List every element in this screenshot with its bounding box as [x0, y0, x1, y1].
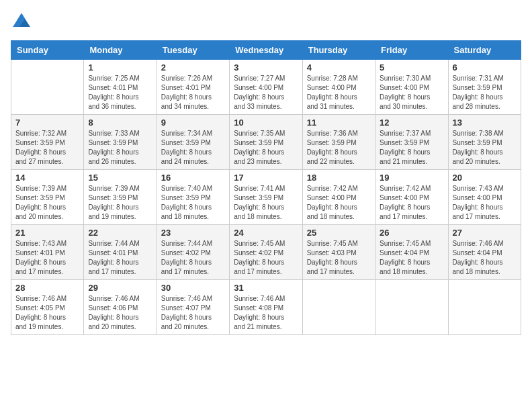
calendar-week-row: 14Sunrise: 7:39 AM Sunset: 3:59 PM Dayli… [11, 170, 521, 225]
day-info: Sunrise: 7:33 AM Sunset: 3:59 PM Dayligh… [88, 129, 152, 167]
calendar-day-cell [302, 280, 375, 335]
day-number: 5 [380, 62, 443, 73]
day-info: Sunrise: 7:45 AM Sunset: 4:04 PM Dayligh… [380, 239, 443, 277]
page-header [11, 11, 521, 32]
day-info: Sunrise: 7:37 AM Sunset: 3:59 PM Dayligh… [380, 129, 443, 167]
calendar-day-cell [375, 280, 448, 335]
logo [11, 11, 35, 32]
calendar-week-row: 7Sunrise: 7:32 AM Sunset: 3:59 PM Daylig… [11, 115, 521, 170]
day-number: 10 [234, 118, 298, 128]
day-number: 30 [161, 283, 225, 293]
day-info: Sunrise: 7:26 AM Sunset: 4:01 PM Dayligh… [161, 74, 225, 111]
calendar-day-cell: 23Sunrise: 7:44 AM Sunset: 4:02 PM Dayli… [157, 225, 229, 280]
weekday-header: Wednesday [230, 41, 302, 60]
calendar-day-cell: 8Sunrise: 7:33 AM Sunset: 3:59 PM Daylig… [84, 115, 157, 170]
calendar-week-row: 28Sunrise: 7:46 AM Sunset: 4:05 PM Dayli… [11, 280, 521, 335]
calendar-day-cell: 15Sunrise: 7:39 AM Sunset: 3:59 PM Dayli… [84, 170, 157, 225]
day-number: 15 [88, 173, 152, 183]
day-info: Sunrise: 7:42 AM Sunset: 4:00 PM Dayligh… [380, 184, 443, 222]
calendar-day-cell: 20Sunrise: 7:43 AM Sunset: 4:00 PM Dayli… [448, 170, 521, 225]
day-number: 17 [234, 173, 298, 183]
calendar-day-cell: 31Sunrise: 7:46 AM Sunset: 4:08 PM Dayli… [230, 280, 302, 335]
day-info: Sunrise: 7:45 AM Sunset: 4:02 PM Dayligh… [234, 239, 298, 277]
day-info: Sunrise: 7:43 AM Sunset: 4:00 PM Dayligh… [453, 184, 517, 222]
weekday-header: Thursday [302, 41, 375, 60]
day-number: 11 [307, 118, 371, 128]
day-info: Sunrise: 7:32 AM Sunset: 3:59 PM Dayligh… [15, 129, 79, 167]
day-number: 23 [161, 228, 225, 238]
calendar-week-row: 21Sunrise: 7:43 AM Sunset: 4:01 PM Dayli… [11, 225, 521, 280]
logo-icon [11, 11, 32, 32]
calendar-day-cell: 6Sunrise: 7:31 AM Sunset: 3:59 PM Daylig… [448, 60, 521, 115]
day-number: 26 [380, 228, 443, 238]
day-info: Sunrise: 7:43 AM Sunset: 4:01 PM Dayligh… [15, 239, 79, 277]
day-number: 24 [234, 228, 298, 238]
day-info: Sunrise: 7:31 AM Sunset: 3:59 PM Dayligh… [453, 74, 517, 111]
day-number: 16 [161, 173, 225, 183]
day-number: 25 [307, 228, 371, 238]
day-info: Sunrise: 7:27 AM Sunset: 4:00 PM Dayligh… [234, 74, 298, 111]
calendar-week-row: 1Sunrise: 7:25 AM Sunset: 4:01 PM Daylig… [11, 60, 521, 115]
day-info: Sunrise: 7:30 AM Sunset: 4:00 PM Dayligh… [380, 74, 443, 111]
day-number: 2 [161, 62, 225, 73]
day-number: 27 [453, 228, 517, 238]
day-info: Sunrise: 7:46 AM Sunset: 4:08 PM Dayligh… [234, 294, 298, 332]
day-info: Sunrise: 7:41 AM Sunset: 3:59 PM Dayligh… [234, 184, 298, 222]
day-number: 8 [88, 118, 152, 128]
day-number: 18 [307, 173, 371, 183]
day-number: 6 [453, 62, 517, 73]
day-number: 13 [453, 118, 517, 128]
calendar-day-cell: 10Sunrise: 7:35 AM Sunset: 3:59 PM Dayli… [230, 115, 302, 170]
calendar-header-row: SundayMondayTuesdayWednesdayThursdayFrid… [11, 41, 521, 60]
calendar-day-cell: 16Sunrise: 7:40 AM Sunset: 3:59 PM Dayli… [157, 170, 229, 225]
calendar-day-cell: 26Sunrise: 7:45 AM Sunset: 4:04 PM Dayli… [375, 225, 448, 280]
calendar-day-cell: 29Sunrise: 7:46 AM Sunset: 4:06 PM Dayli… [84, 280, 157, 335]
day-number: 22 [88, 228, 152, 238]
day-number: 9 [161, 118, 225, 128]
calendar-day-cell: 18Sunrise: 7:42 AM Sunset: 4:00 PM Dayli… [302, 170, 375, 225]
calendar-day-cell: 2Sunrise: 7:26 AM Sunset: 4:01 PM Daylig… [157, 60, 229, 115]
day-info: Sunrise: 7:34 AM Sunset: 3:59 PM Dayligh… [161, 129, 225, 167]
day-info: Sunrise: 7:45 AM Sunset: 4:03 PM Dayligh… [307, 239, 371, 277]
calendar-day-cell: 21Sunrise: 7:43 AM Sunset: 4:01 PM Dayli… [11, 225, 84, 280]
weekday-header: Tuesday [157, 41, 229, 60]
day-number: 31 [234, 283, 298, 293]
day-info: Sunrise: 7:42 AM Sunset: 4:00 PM Dayligh… [307, 184, 371, 222]
day-info: Sunrise: 7:28 AM Sunset: 4:00 PM Dayligh… [307, 74, 371, 111]
calendar-day-cell: 4Sunrise: 7:28 AM Sunset: 4:00 PM Daylig… [302, 60, 375, 115]
calendar-day-cell: 28Sunrise: 7:46 AM Sunset: 4:05 PM Dayli… [11, 280, 84, 335]
calendar-table: SundayMondayTuesdayWednesdayThursdayFrid… [11, 40, 521, 335]
day-info: Sunrise: 7:40 AM Sunset: 3:59 PM Dayligh… [161, 184, 225, 222]
weekday-header: Friday [375, 41, 448, 60]
day-number: 4 [307, 62, 371, 73]
day-number: 14 [15, 173, 79, 183]
day-number: 3 [234, 62, 298, 73]
calendar-day-cell [11, 60, 84, 115]
calendar-day-cell: 3Sunrise: 7:27 AM Sunset: 4:00 PM Daylig… [230, 60, 302, 115]
day-number: 12 [380, 118, 443, 128]
day-info: Sunrise: 7:46 AM Sunset: 4:05 PM Dayligh… [15, 294, 79, 332]
calendar-day-cell [448, 280, 521, 335]
day-info: Sunrise: 7:38 AM Sunset: 3:59 PM Dayligh… [453, 129, 517, 167]
day-info: Sunrise: 7:35 AM Sunset: 3:59 PM Dayligh… [234, 129, 298, 167]
calendar-day-cell: 30Sunrise: 7:46 AM Sunset: 4:07 PM Dayli… [157, 280, 229, 335]
calendar-day-cell: 9Sunrise: 7:34 AM Sunset: 3:59 PM Daylig… [157, 115, 229, 170]
calendar-day-cell: 14Sunrise: 7:39 AM Sunset: 3:59 PM Dayli… [11, 170, 84, 225]
day-info: Sunrise: 7:46 AM Sunset: 4:07 PM Dayligh… [161, 294, 225, 332]
calendar-day-cell: 7Sunrise: 7:32 AM Sunset: 3:59 PM Daylig… [11, 115, 84, 170]
calendar-day-cell: 17Sunrise: 7:41 AM Sunset: 3:59 PM Dayli… [230, 170, 302, 225]
day-info: Sunrise: 7:36 AM Sunset: 3:59 PM Dayligh… [307, 129, 371, 167]
calendar-day-cell: 12Sunrise: 7:37 AM Sunset: 3:59 PM Dayli… [375, 115, 448, 170]
day-number: 1 [88, 62, 152, 73]
day-number: 20 [453, 173, 517, 183]
calendar-day-cell: 5Sunrise: 7:30 AM Sunset: 4:00 PM Daylig… [375, 60, 448, 115]
day-number: 21 [15, 228, 79, 238]
day-number: 19 [380, 173, 443, 183]
day-info: Sunrise: 7:46 AM Sunset: 4:04 PM Dayligh… [453, 239, 517, 277]
day-number: 28 [15, 283, 79, 293]
calendar-day-cell: 22Sunrise: 7:44 AM Sunset: 4:01 PM Dayli… [84, 225, 157, 280]
calendar-day-cell: 13Sunrise: 7:38 AM Sunset: 3:59 PM Dayli… [448, 115, 521, 170]
weekday-header: Monday [84, 41, 157, 60]
weekday-header: Saturday [448, 41, 521, 60]
weekday-header: Sunday [11, 41, 84, 60]
